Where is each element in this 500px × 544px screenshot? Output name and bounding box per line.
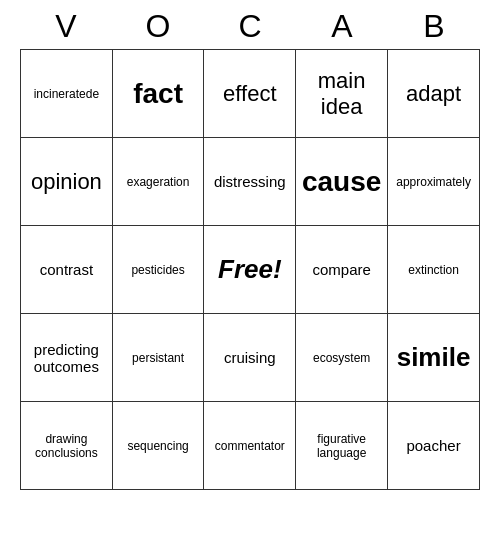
cell-r1-c4: approximately — [388, 138, 480, 226]
cell-r0-c0: incineratede — [21, 50, 113, 138]
title-letter-o: O — [112, 8, 204, 45]
cell-r2-c3: compare — [296, 226, 388, 314]
cell-r0-c2: effect — [204, 50, 296, 138]
cell-r3-c3: ecosystem — [296, 314, 388, 402]
cell-r2-c4: extinction — [388, 226, 480, 314]
cell-r1-c0: opinion — [21, 138, 113, 226]
cell-r3-c4: simile — [388, 314, 480, 402]
title-letter-c: C — [204, 8, 296, 45]
cell-r2-c1: pesticides — [112, 226, 204, 314]
title-letter-v: V — [20, 8, 112, 45]
cell-r2-c2: Free! — [204, 226, 296, 314]
cell-r3-c0: predicting outcomes — [21, 314, 113, 402]
bingo-grid: incineratedefacteffectmain ideaadaptopin… — [20, 49, 480, 490]
title-letter-b: B — [388, 8, 480, 45]
cell-r2-c0: contrast — [21, 226, 113, 314]
cell-r4-c3: figurative language — [296, 402, 388, 490]
cell-r4-c0: drawing conclusions — [21, 402, 113, 490]
title-row: V O C A B — [20, 0, 480, 49]
cell-r1-c2: distressing — [204, 138, 296, 226]
cell-r4-c1: sequencing — [112, 402, 204, 490]
cell-r4-c4: poacher — [388, 402, 480, 490]
cell-r1-c3: cause — [296, 138, 388, 226]
cell-r0-c3: main idea — [296, 50, 388, 138]
cell-r3-c2: cruising — [204, 314, 296, 402]
cell-r1-c1: exageration — [112, 138, 204, 226]
cell-r0-c1: fact — [112, 50, 204, 138]
cell-r3-c1: persistant — [112, 314, 204, 402]
title-letter-a: A — [296, 8, 388, 45]
cell-r0-c4: adapt — [388, 50, 480, 138]
cell-r4-c2: commentator — [204, 402, 296, 490]
